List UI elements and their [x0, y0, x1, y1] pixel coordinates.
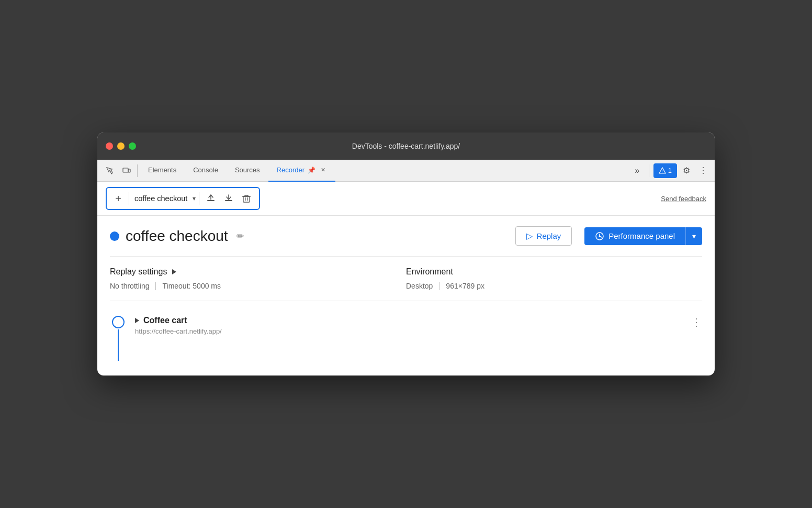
recording-title: coffee checkout	[126, 228, 228, 245]
recorder-toolbar: + coffee checkout ▾	[97, 182, 715, 216]
recording-status-dot	[110, 231, 119, 241]
selector-divider	[129, 192, 129, 205]
svg-point-7	[599, 235, 601, 237]
replay-settings-title[interactable]: Replay settings	[110, 267, 406, 277]
recording-selector: + coffee checkout ▾	[106, 187, 260, 210]
tab-console[interactable]: Console	[185, 160, 227, 182]
performance-panel-button[interactable]: Performance panel	[584, 227, 686, 245]
edit-title-icon[interactable]: ✏	[236, 230, 244, 242]
replay-settings-values: No throttling Timeout: 5000 ms	[110, 282, 406, 290]
svg-text:!: !	[661, 170, 662, 173]
resolution-value: 961×789 px	[446, 282, 484, 290]
tab-recorder-close[interactable]: ✕	[319, 166, 327, 174]
delete-recording-button[interactable]	[238, 190, 255, 207]
svg-rect-4	[225, 200, 232, 201]
replay-label: Replay	[537, 231, 561, 240]
tab-recorder[interactable]: Recorder 📌 ✕	[268, 160, 335, 182]
step-expand-icon[interactable]	[135, 318, 139, 323]
send-feedback-link[interactable]: Send feedback	[661, 195, 706, 203]
toolbar-divider-2	[649, 164, 649, 177]
settings-button[interactable]: ⚙	[679, 163, 694, 178]
recorder-main: coffee checkout ✏ ▷ Replay Performance p…	[97, 216, 715, 376]
step-line	[118, 329, 119, 361]
step-circle	[112, 316, 125, 328]
device-value: Desktop	[406, 282, 433, 290]
toolbar-right: » ! 1 ⚙ ⋮	[630, 163, 710, 178]
devtools-window: DevTools - coffee-cart.netlify.app/ Elem…	[97, 132, 715, 376]
svg-rect-3	[207, 200, 215, 201]
devtools-tabs: Elements Console Sources Recorder 📌 ✕	[140, 160, 630, 182]
traffic-lights	[106, 142, 136, 150]
more-tabs-label: »	[635, 166, 639, 175]
svg-rect-5	[243, 196, 250, 202]
svg-rect-0	[123, 168, 128, 172]
step-title-text: Coffee cart	[143, 316, 187, 325]
throttling-value: No throttling	[110, 282, 149, 290]
svg-rect-1	[128, 169, 130, 172]
tab-elements[interactable]: Elements	[140, 160, 185, 182]
step-content: Coffee cart https://coffee-cart.netlify.…	[135, 316, 683, 335]
environment-values: Desktop 961×789 px	[406, 282, 702, 290]
tab-recorder-label: Recorder	[277, 166, 304, 174]
performance-panel-dropdown-button[interactable]: ▾	[686, 227, 702, 245]
inspect-element-button[interactable]	[102, 162, 118, 179]
dropdown-arrow-icon: ▾	[692, 232, 696, 240]
settings-section: Replay settings No throttling Timeout: 5…	[110, 257, 702, 301]
issues-badge-button[interactable]: ! 1	[653, 163, 677, 178]
more-options-button[interactable]: ⋮	[696, 163, 710, 178]
replay-settings-expand-icon	[172, 269, 176, 274]
minimize-button[interactable]	[117, 142, 125, 150]
add-recording-button[interactable]: +	[111, 191, 126, 206]
recorder-action-buttons	[202, 190, 255, 207]
recording-name-display: coffee checkout	[132, 194, 189, 203]
titlebar: DevTools - coffee-cart.netlify.app/	[97, 132, 715, 160]
performance-panel-label: Performance panel	[608, 231, 675, 240]
tab-sources-label: Sources	[235, 166, 260, 174]
gear-icon: ⚙	[683, 165, 690, 175]
timeout-value: Timeout: 5000 ms	[162, 282, 221, 290]
import-button[interactable]	[220, 190, 237, 207]
more-icon: ⋮	[699, 165, 707, 175]
badge-count: 1	[668, 167, 672, 174]
performance-panel-group: Performance panel ▾	[584, 227, 702, 245]
close-button[interactable]	[106, 142, 113, 150]
selector-divider-2	[199, 192, 199, 205]
replay-play-icon: ▷	[526, 231, 533, 241]
maximize-button[interactable]	[129, 142, 136, 150]
more-tabs-button[interactable]: »	[630, 163, 645, 178]
steps-section: Coffee cart https://coffee-cart.netlify.…	[110, 301, 702, 376]
tab-console-label: Console	[193, 166, 218, 174]
chevron-down-icon[interactable]: ▾	[193, 195, 196, 202]
toolbar-divider-1	[137, 164, 138, 177]
step-title: Coffee cart	[135, 316, 683, 325]
replay-button[interactable]: ▷ Replay	[515, 226, 572, 246]
environment-title: Environment	[406, 267, 702, 277]
add-icon: +	[115, 193, 121, 205]
environment-divider	[439, 282, 439, 290]
devtools-toolbar: Elements Console Sources Recorder 📌 ✕ »	[97, 160, 715, 182]
device-toggle-button[interactable]	[118, 162, 135, 179]
settings-left: Replay settings No throttling Timeout: 5…	[110, 267, 406, 290]
export-button[interactable]	[202, 190, 219, 207]
step-menu-button[interactable]: ⋮	[691, 316, 702, 328]
tab-elements-label: Elements	[148, 166, 176, 174]
step-node-col	[110, 316, 127, 361]
tab-sources[interactable]: Sources	[227, 160, 268, 182]
recording-header: coffee checkout ✏ ▷ Replay Performance p…	[110, 226, 702, 257]
settings-right: Environment Desktop 961×789 px	[406, 267, 702, 290]
window-title: DevTools - coffee-cart.netlify.app/	[352, 142, 460, 150]
pin-icon: 📌	[308, 167, 315, 174]
step-url: https://coffee-cart.netlify.app/	[135, 327, 683, 335]
settings-value-divider	[155, 282, 156, 290]
step-item: Coffee cart https://coffee-cart.netlify.…	[110, 312, 702, 365]
replay-settings-label: Replay settings	[110, 267, 167, 277]
environment-label: Environment	[406, 267, 453, 277]
